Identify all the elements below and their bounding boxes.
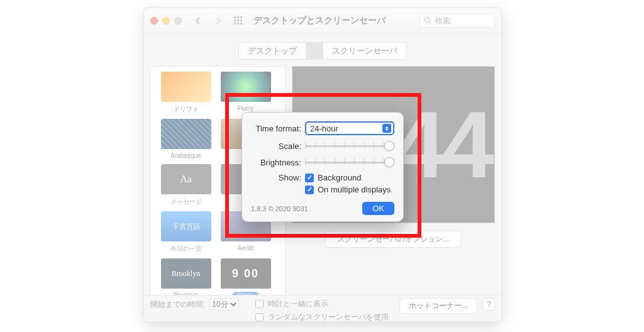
options-sheet: Time format: 24-hour Scale: Brightness:	[242, 112, 404, 222]
minimize-button[interactable]	[162, 17, 170, 25]
version-text: 1.8.3 © 2020 9031	[251, 205, 308, 213]
saver-arabesque[interactable]: Arabesque	[156, 119, 216, 163]
footer: 開始までの時間: 10分 時計と一緒に表示 ランダムなスクリーンセーバを使用 ホ…	[144, 295, 501, 321]
time-format-label: Time format:	[251, 124, 305, 133]
search-input[interactable]	[434, 16, 484, 26]
svg-rect-2	[240, 16, 242, 18]
svg-rect-1	[237, 16, 239, 18]
svg-rect-0	[234, 16, 236, 18]
tab-control[interactable]: デスクトップ スクリーンセーバ	[238, 42, 407, 60]
scale-slider[interactable]	[305, 140, 394, 152]
show-clock-check[interactable]: 時計と一緒に表示	[253, 298, 389, 310]
background-check[interactable]: ✓ Background	[305, 173, 394, 182]
search-field[interactable]	[419, 14, 495, 28]
checkmark-icon: ✓	[305, 185, 314, 194]
svg-line-10	[429, 22, 431, 24]
zoom-button[interactable]	[174, 17, 182, 25]
brightness-label: Brightness:	[251, 158, 305, 167]
traffic-lights	[150, 17, 182, 25]
preview-digits: 44	[393, 97, 491, 192]
show-all-button[interactable]	[231, 14, 246, 28]
saver-drift[interactable]: ドリフト	[156, 72, 216, 118]
saver-quote[interactable]: 千言万語 今日の一言	[156, 211, 216, 257]
saver-message[interactable]: Aa メッセージ	[156, 164, 216, 210]
tab-desktop[interactable]: デスクトップ	[239, 43, 306, 59]
brightness-slider[interactable]	[305, 157, 394, 168]
tab-screensaver[interactable]: スクリーンセーバ	[323, 43, 406, 59]
scale-label: Scale:	[251, 141, 305, 151]
start-select[interactable]: 10分	[209, 298, 239, 311]
checkmark-icon: ✓	[305, 174, 314, 182]
svg-rect-3	[234, 19, 236, 21]
svg-rect-5	[240, 19, 242, 21]
svg-rect-4	[237, 19, 239, 21]
start-after: 開始までの時間: 10分	[150, 298, 239, 311]
forward-button[interactable]	[211, 14, 226, 28]
back-button[interactable]	[191, 14, 206, 28]
saver-flurry[interactable]: Flurry	[216, 72, 275, 118]
svg-rect-6	[234, 23, 236, 25]
multiple-displays-check[interactable]: ✓ On multiple displays	[305, 185, 394, 194]
svg-rect-7	[237, 23, 239, 25]
start-label: 開始までの時間:	[150, 299, 205, 310]
titlebar: デスクトップとスクリーンセーバ	[144, 8, 501, 33]
svg-point-9	[425, 18, 430, 23]
search-icon	[424, 17, 431, 25]
svg-rect-8	[240, 23, 242, 25]
hot-corners-button[interactable]: ホットコーナー...	[399, 298, 477, 314]
ok-button[interactable]: OK	[362, 202, 394, 215]
random-check[interactable]: ランダムなスクリーンセーバを使用	[253, 311, 389, 322]
time-format-popup[interactable]: 24-hour	[305, 121, 394, 135]
popup-stepper-icon	[382, 124, 391, 133]
screensaver-options-button[interactable]: スクリーンセーバのオプション...	[325, 231, 461, 248]
show-label: Show:	[251, 173, 305, 182]
help-button[interactable]: ?	[482, 298, 495, 311]
close-button[interactable]	[150, 17, 158, 25]
window-title: デスクトップとスクリーンセーバ	[253, 15, 386, 26]
